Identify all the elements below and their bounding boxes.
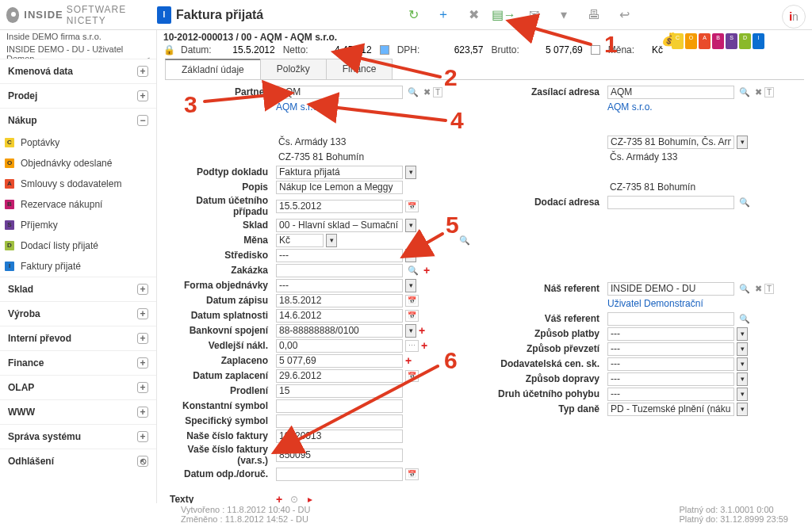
search-icon[interactable]: 🔍 (405, 87, 421, 97)
mena-select[interactable] (276, 234, 324, 247)
sidebar-item-faktury-přijaté[interactable]: IFaktury přijaté (0, 256, 156, 277)
brutto-check[interactable] (591, 45, 600, 55)
chip-a[interactable]: A (699, 33, 710, 49)
zaplaceno-input[interactable] (276, 354, 403, 368)
add-bank-button[interactable]: + (419, 324, 425, 337)
clear-icon[interactable]: ✖ (423, 87, 431, 97)
sidebar-acc-interní-převod[interactable]: Interní převod+ (0, 326, 156, 350)
nas-referent-input[interactable] (607, 282, 734, 296)
dropdown-icon[interactable]: ▾ (405, 219, 416, 232)
sidebar-acc-olap[interactable]: OLAP+ (0, 375, 156, 399)
search-icon[interactable]: 🔍 (737, 314, 753, 324)
za-addr1-select[interactable] (607, 136, 734, 149)
refresh-icon[interactable]: ↻ (406, 8, 420, 22)
sidebar-item-dodací-listy-přijaté[interactable]: DDodací listy přijaté (0, 235, 156, 256)
stredisko-select[interactable] (276, 249, 403, 262)
chip-b[interactable]: B (712, 33, 724, 49)
new-icon[interactable]: ＋ (436, 8, 450, 22)
partner-link[interactable]: AQM s.r.o. (276, 101, 321, 113)
filter-icon[interactable]: ▾ (557, 8, 571, 22)
chip-i[interactable]: I (753, 33, 764, 49)
ks-input[interactable] (276, 399, 403, 413)
add-zakazka-button[interactable]: + (423, 264, 430, 277)
expand-icon[interactable]: + (137, 357, 148, 369)
search-icon[interactable]: 🔍 (737, 87, 753, 97)
zasilaci-link[interactable]: AQM s.r.o. (607, 101, 653, 113)
eye-icon[interactable]: ⊙ (290, 494, 298, 503)
chip-d[interactable]: D (739, 33, 751, 49)
vedlejsi-nakl-input[interactable] (276, 339, 403, 353)
vase-cislo-input[interactable] (276, 449, 403, 462)
export-icon[interactable]: ▤→ (496, 8, 511, 22)
dropdown-icon[interactable]: ▾ (405, 249, 416, 262)
calendar-icon[interactable]: 📅 (405, 310, 419, 322)
chip-s[interactable]: S (726, 33, 737, 49)
calendar-icon[interactable]: 📅 (405, 370, 419, 382)
dup-select[interactable] (607, 388, 734, 401)
zasilaci-adresa-input[interactable] (607, 86, 734, 99)
expand-icon[interactable]: + (137, 90, 148, 101)
dropdown-icon[interactable]: ▾ (737, 342, 748, 356)
forma-select[interactable] (276, 279, 403, 292)
sidebar-item-příjemky[interactable]: SPříjemky (0, 215, 156, 235)
calendar-icon[interactable]: 📅 (405, 295, 419, 307)
dodaci-adresa-input[interactable] (607, 196, 734, 209)
expand-icon[interactable]: + (137, 431, 148, 442)
expand-icon[interactable]: + (137, 66, 148, 77)
doc-type-chip[interactable]: I (157, 6, 171, 24)
dropdown-icon[interactable]: ▾ (737, 403, 748, 416)
datum-odp-input[interactable] (276, 468, 403, 481)
clear-icon[interactable]: ✖ (755, 87, 762, 97)
reply-icon[interactable]: ↩ (617, 8, 631, 22)
sidebar-acc-správa-systému[interactable]: Správa systému+ (0, 424, 156, 449)
text-mode-icon[interactable]: T (764, 284, 774, 294)
expand-icon[interactable]: + (137, 407, 148, 418)
sidebar-item-smlouvy-s-dodavatelem[interactable]: ASmlouvy s dodavatelem (0, 174, 156, 194)
sidebar-acc-odhlášení[interactable]: Odhlášení⎋ (0, 449, 156, 473)
nase-cislo-input[interactable] (276, 430, 403, 443)
datum-splatnosti-input[interactable] (276, 309, 403, 323)
netto-check[interactable] (380, 45, 389, 55)
sidebar-acc-nákup[interactable]: Nákup− (0, 108, 156, 132)
expand-icon[interactable]: ⎋ (137, 456, 148, 467)
add-nakl-button[interactable]: + (421, 339, 427, 352)
sidebar-acc-výroba[interactable]: Výroba+ (0, 301, 156, 326)
text-mode-icon[interactable]: T (433, 87, 442, 97)
expand-icon[interactable]: + (137, 284, 148, 295)
zprev-select[interactable] (607, 342, 734, 356)
dropdown-icon[interactable]: ▾ (405, 166, 416, 179)
dropdown-icon[interactable]: ▾ (405, 324, 416, 338)
search-icon[interactable]: 🔍 (737, 197, 753, 208)
bankovni-spojeni-select[interactable] (276, 324, 403, 338)
dropdown-icon[interactable]: ▾ (737, 327, 748, 341)
sklad-select[interactable] (276, 219, 403, 232)
vas-referent-input[interactable] (607, 312, 734, 326)
datum-zapisu-input[interactable] (276, 294, 403, 307)
chip-c[interactable]: C (672, 33, 684, 49)
add-text-button[interactable]: + (276, 493, 282, 503)
chip-o[interactable]: O (685, 33, 697, 49)
expand-icon[interactable]: + (137, 333, 148, 344)
delete-icon[interactable]: ✖ (466, 8, 481, 22)
expand-icon[interactable]: + (137, 308, 148, 319)
dcs-select[interactable] (607, 357, 734, 371)
context-company[interactable]: Inside DEMO firma s.r.o. (0, 30, 156, 43)
tab-zakladni-udaje[interactable]: Základní údaje (165, 59, 261, 79)
dropdown-icon[interactable]: ▾ (326, 234, 337, 247)
dropdown-icon[interactable]: ▾ (737, 136, 748, 149)
datum-zaplaceni-input[interactable] (276, 369, 403, 383)
text-mode-icon[interactable]: T (764, 87, 774, 97)
tab-polozky[interactable]: Položky (260, 59, 327, 79)
expand-icon[interactable]: + (137, 382, 148, 393)
zdop-select[interactable] (607, 372, 734, 386)
zp-select[interactable] (607, 327, 734, 341)
search-icon[interactable]: 🔍 (457, 235, 473, 246)
duup-input[interactable] (276, 200, 403, 213)
sidebar-acc-www[interactable]: WWW+ (0, 399, 156, 424)
partner-input[interactable] (276, 86, 403, 99)
dropdown-icon[interactable]: ▾ (405, 279, 416, 292)
tab-finance[interactable]: Finance (326, 59, 393, 79)
popis-input[interactable] (276, 181, 403, 194)
typ-dane-select[interactable] (607, 403, 734, 416)
calendar-icon[interactable]: 📅 (405, 468, 419, 480)
